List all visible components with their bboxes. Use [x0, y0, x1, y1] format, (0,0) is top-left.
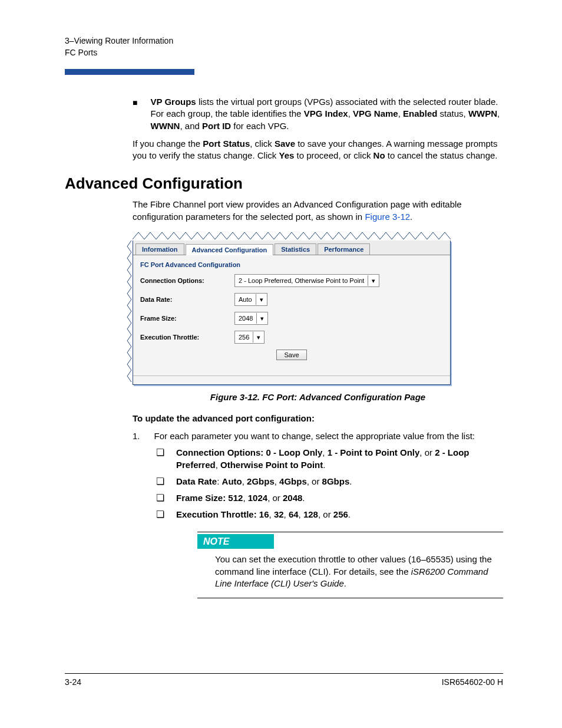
- note-text: You can set the execution throttle to ot…: [215, 554, 503, 589]
- figure-link[interactable]: Figure 3-12: [365, 212, 410, 222]
- page-number: 3-24: [65, 677, 81, 687]
- step-text: For each parameter you want to change, s…: [154, 430, 475, 442]
- header-rule: [65, 69, 194, 75]
- hollow-square-icon: ❏: [156, 509, 164, 521]
- jagged-top-edge-icon: [133, 231, 451, 241]
- row-connection-options: Connection Options: 2 - Loop Preferred, …: [140, 274, 443, 287]
- doc-id: ISR654602-00 H: [442, 677, 503, 687]
- tab-performance[interactable]: Performance: [318, 243, 370, 255]
- tab-bar: Information Advanced Configuration Stati…: [133, 241, 450, 255]
- tab-advanced-config[interactable]: Advanced Configuration: [186, 244, 274, 255]
- tab-statistics[interactable]: Statistics: [275, 243, 316, 255]
- row-execution-throttle: Execution Throttle: 256 ▾: [140, 331, 443, 344]
- frame-size-select[interactable]: 2048 ▾: [234, 312, 268, 325]
- row-frame-size: Frame Size: 2048 ▾: [140, 312, 443, 325]
- step-1: 1. For each parameter you want to change…: [133, 430, 503, 442]
- running-header: 3–Viewing Router Information FC Ports: [65, 35, 503, 58]
- vp-groups-bullet: ■ VP Groups lists the virtual port group…: [133, 96, 503, 132]
- figure-caption: Figure 3-12. FC Port: Advanced Configura…: [133, 392, 503, 402]
- chevron-down-icon: ▾: [256, 313, 267, 324]
- data-rate-select[interactable]: Auto ▾: [234, 293, 267, 306]
- note-title: NOTE: [197, 534, 274, 549]
- port-status-paragraph: If you change the Port Status, click Sav…: [133, 138, 503, 162]
- list-item: ❏ Execution Throttle: 16, 32, 64, 128, o…: [156, 509, 503, 521]
- header-line2: FC Ports: [65, 47, 503, 59]
- vp-groups-text: VP Groups lists the virtual port groups …: [150, 96, 503, 132]
- execution-throttle-select[interactable]: 256 ▾: [234, 331, 265, 344]
- hollow-square-icon: ❏: [156, 492, 164, 504]
- page-footer: 3-24 ISR654602-00 H: [65, 673, 503, 687]
- figure-screenshot: Information Advanced Configuration Stati…: [133, 231, 451, 385]
- header-line1: 3–Viewing Router Information: [65, 35, 503, 47]
- procedure-heading: To update the advanced port configuratio…: [133, 413, 503, 424]
- hollow-square-icon: ❏: [156, 476, 164, 487]
- adv-config-intro: The Fibre Channel port view provides an …: [133, 199, 503, 223]
- chevron-down-icon: ▾: [368, 275, 379, 286]
- connection-options-select[interactable]: 2 - Loop Preferred, Otherwise Point to P…: [234, 274, 379, 287]
- fieldset-legend: FC Port Advanced Configuration: [140, 261, 443, 268]
- step-number: 1.: [133, 430, 140, 442]
- section-heading: Advanced Configuration: [65, 174, 503, 193]
- chevron-down-icon: ▾: [253, 332, 264, 342]
- chevron-down-icon: ▾: [256, 294, 267, 305]
- tab-information[interactable]: Information: [135, 243, 184, 255]
- hollow-square-icon: ❏: [156, 447, 164, 471]
- list-item: ❏ Data Rate: Auto, 2Gbps, 4Gbps, or 8Gbp…: [156, 476, 503, 487]
- note-box: NOTE You can set the execution throttle …: [197, 532, 503, 598]
- list-item: ❏ Connection Options: 0 - Loop Only, 1 -…: [156, 447, 503, 471]
- square-bullet-icon: ■: [133, 97, 137, 132]
- save-button[interactable]: Save: [276, 350, 307, 360]
- row-data-rate: Data Rate: Auto ▾: [140, 293, 443, 306]
- list-item: ❏ Frame Size: 512, 1024, or 2048.: [156, 492, 503, 504]
- panel-footer: [133, 375, 450, 384]
- jagged-left-edge-icon: [127, 241, 133, 385]
